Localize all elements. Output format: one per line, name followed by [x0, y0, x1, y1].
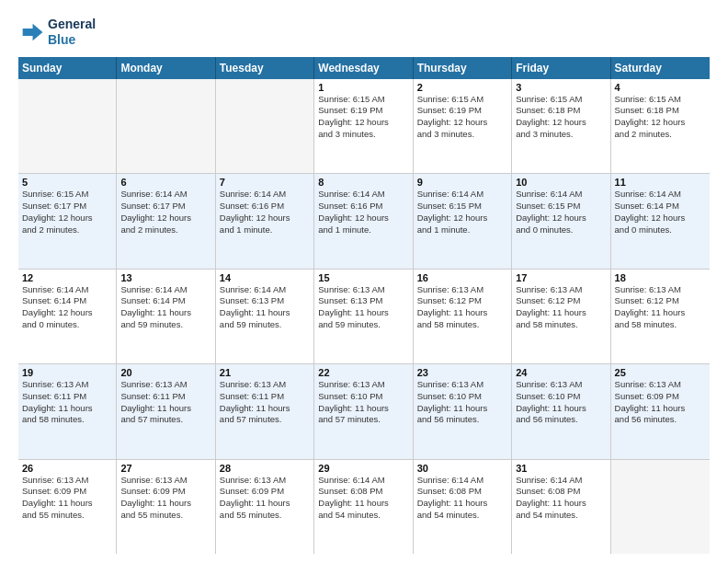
- day-number: 2: [417, 82, 507, 93]
- weekday-header-friday: Friday: [512, 57, 610, 79]
- weekday-header-thursday: Thursday: [414, 57, 512, 79]
- day-number: 9: [417, 177, 507, 188]
- day-number: 19: [22, 367, 112, 378]
- calendar-body: 1Sunrise: 6:15 AM Sunset: 6:19 PM Daylig…: [18, 79, 710, 554]
- day-info: Sunrise: 6:13 AM Sunset: 6:12 PM Dayligh…: [417, 284, 507, 331]
- day-number: 8: [318, 177, 408, 188]
- day-info: Sunrise: 6:14 AM Sunset: 6:14 PM Dayligh…: [120, 284, 210, 331]
- logo-text: General Blue: [48, 17, 96, 48]
- weekday-header-saturday: Saturday: [611, 57, 710, 79]
- calendar-cell: 26Sunrise: 6:13 AM Sunset: 6:09 PM Dayli…: [18, 460, 117, 554]
- day-info: Sunrise: 6:14 AM Sunset: 6:15 PM Dayligh…: [516, 189, 606, 236]
- day-info: Sunrise: 6:15 AM Sunset: 6:18 PM Dayligh…: [516, 94, 606, 141]
- day-number: 22: [318, 367, 408, 378]
- calendar-cell: 5Sunrise: 6:15 AM Sunset: 6:17 PM Daylig…: [18, 174, 117, 268]
- day-info: Sunrise: 6:13 AM Sunset: 6:11 PM Dayligh…: [120, 379, 210, 426]
- day-info: Sunrise: 6:14 AM Sunset: 6:16 PM Dayligh…: [220, 189, 310, 236]
- day-info: Sunrise: 6:14 AM Sunset: 6:14 PM Dayligh…: [22, 284, 112, 331]
- calendar-cell: 3Sunrise: 6:15 AM Sunset: 6:18 PM Daylig…: [512, 79, 610, 173]
- calendar-row-1: 1Sunrise: 6:15 AM Sunset: 6:19 PM Daylig…: [18, 79, 710, 174]
- day-number: 7: [220, 177, 310, 188]
- calendar-cell: 19Sunrise: 6:13 AM Sunset: 6:11 PM Dayli…: [18, 364, 117, 458]
- day-number: 30: [417, 463, 507, 474]
- calendar-cell: 28Sunrise: 6:13 AM Sunset: 6:09 PM Dayli…: [216, 460, 314, 554]
- calendar: SundayMondayTuesdayWednesdayThursdayFrid…: [18, 57, 710, 554]
- day-number: 14: [220, 272, 310, 283]
- day-number: 21: [220, 367, 310, 378]
- calendar-cell: 9Sunrise: 6:14 AM Sunset: 6:15 PM Daylig…: [414, 174, 512, 268]
- day-info: Sunrise: 6:14 AM Sunset: 6:14 PM Dayligh…: [615, 189, 706, 236]
- calendar-row-3: 12Sunrise: 6:14 AM Sunset: 6:14 PM Dayli…: [18, 270, 710, 364]
- calendar-cell: 21Sunrise: 6:13 AM Sunset: 6:11 PM Dayli…: [216, 364, 314, 458]
- day-number: 6: [120, 177, 210, 188]
- calendar-cell: [18, 79, 117, 173]
- day-number: 10: [516, 177, 606, 188]
- calendar-cell: [611, 460, 710, 554]
- weekday-header-wednesday: Wednesday: [314, 57, 413, 79]
- day-number: 20: [120, 367, 210, 378]
- day-info: Sunrise: 6:15 AM Sunset: 6:19 PM Dayligh…: [318, 94, 408, 141]
- calendar-cell: [117, 79, 215, 173]
- weekday-header-sunday: Sunday: [18, 57, 117, 79]
- weekday-header-tuesday: Tuesday: [216, 57, 314, 79]
- day-number: 12: [22, 272, 112, 283]
- day-info: Sunrise: 6:13 AM Sunset: 6:12 PM Dayligh…: [615, 284, 706, 331]
- day-info: Sunrise: 6:13 AM Sunset: 6:09 PM Dayligh…: [615, 379, 706, 426]
- calendar-cell: 8Sunrise: 6:14 AM Sunset: 6:16 PM Daylig…: [314, 174, 413, 268]
- calendar-cell: [216, 79, 314, 173]
- day-info: Sunrise: 6:14 AM Sunset: 6:08 PM Dayligh…: [318, 475, 408, 522]
- day-info: Sunrise: 6:13 AM Sunset: 6:12 PM Dayligh…: [516, 284, 606, 331]
- calendar-cell: 11Sunrise: 6:14 AM Sunset: 6:14 PM Dayli…: [611, 174, 710, 268]
- day-info: Sunrise: 6:14 AM Sunset: 6:17 PM Dayligh…: [120, 189, 210, 236]
- day-info: Sunrise: 6:13 AM Sunset: 6:11 PM Dayligh…: [22, 379, 112, 426]
- calendar-cell: 13Sunrise: 6:14 AM Sunset: 6:14 PM Dayli…: [117, 270, 215, 363]
- day-info: Sunrise: 6:13 AM Sunset: 6:09 PM Dayligh…: [22, 475, 112, 522]
- day-number: 28: [220, 463, 310, 474]
- calendar-cell: 7Sunrise: 6:14 AM Sunset: 6:16 PM Daylig…: [216, 174, 314, 268]
- day-number: 27: [120, 463, 210, 474]
- day-number: 29: [318, 463, 408, 474]
- calendar-row-5: 26Sunrise: 6:13 AM Sunset: 6:09 PM Dayli…: [18, 460, 710, 554]
- day-number: 5: [22, 177, 112, 188]
- calendar-cell: 18Sunrise: 6:13 AM Sunset: 6:12 PM Dayli…: [611, 270, 710, 363]
- day-info: Sunrise: 6:13 AM Sunset: 6:09 PM Dayligh…: [220, 475, 310, 522]
- day-number: 3: [516, 82, 606, 93]
- calendar-cell: 6Sunrise: 6:14 AM Sunset: 6:17 PM Daylig…: [117, 174, 215, 268]
- calendar-cell: 12Sunrise: 6:14 AM Sunset: 6:14 PM Dayli…: [18, 270, 117, 363]
- calendar-row-4: 19Sunrise: 6:13 AM Sunset: 6:11 PM Dayli…: [18, 364, 710, 459]
- calendar-row-2: 5Sunrise: 6:15 AM Sunset: 6:17 PM Daylig…: [18, 174, 710, 269]
- day-number: 1: [318, 82, 408, 93]
- day-info: Sunrise: 6:15 AM Sunset: 6:19 PM Dayligh…: [417, 94, 507, 141]
- calendar-cell: 2Sunrise: 6:15 AM Sunset: 6:19 PM Daylig…: [414, 79, 512, 173]
- calendar-cell: 27Sunrise: 6:13 AM Sunset: 6:09 PM Dayli…: [117, 460, 215, 554]
- day-info: Sunrise: 6:14 AM Sunset: 6:08 PM Dayligh…: [516, 475, 606, 522]
- day-info: Sunrise: 6:13 AM Sunset: 6:11 PM Dayligh…: [220, 379, 310, 426]
- day-number: 16: [417, 272, 507, 283]
- day-number: 26: [22, 463, 112, 474]
- page-header: General Blue: [18, 17, 710, 48]
- calendar-cell: 22Sunrise: 6:13 AM Sunset: 6:10 PM Dayli…: [314, 364, 413, 458]
- day-info: Sunrise: 6:13 AM Sunset: 6:13 PM Dayligh…: [318, 284, 408, 331]
- calendar-cell: 15Sunrise: 6:13 AM Sunset: 6:13 PM Dayli…: [314, 270, 413, 363]
- calendar-header: SundayMondayTuesdayWednesdayThursdayFrid…: [18, 57, 710, 79]
- calendar-cell: 14Sunrise: 6:14 AM Sunset: 6:13 PM Dayli…: [216, 270, 314, 363]
- day-info: Sunrise: 6:13 AM Sunset: 6:10 PM Dayligh…: [318, 379, 408, 426]
- day-number: 15: [318, 272, 408, 283]
- calendar-cell: 20Sunrise: 6:13 AM Sunset: 6:11 PM Dayli…: [117, 364, 215, 458]
- day-info: Sunrise: 6:15 AM Sunset: 6:18 PM Dayligh…: [615, 94, 706, 141]
- calendar-cell: 10Sunrise: 6:14 AM Sunset: 6:15 PM Dayli…: [512, 174, 610, 268]
- day-info: Sunrise: 6:15 AM Sunset: 6:17 PM Dayligh…: [22, 189, 112, 236]
- day-number: 31: [516, 463, 606, 474]
- day-info: Sunrise: 6:13 AM Sunset: 6:10 PM Dayligh…: [417, 379, 507, 426]
- day-number: 23: [417, 367, 507, 378]
- day-info: Sunrise: 6:14 AM Sunset: 6:15 PM Dayligh…: [417, 189, 507, 236]
- calendar-cell: 30Sunrise: 6:14 AM Sunset: 6:08 PM Dayli…: [414, 460, 512, 554]
- day-number: 24: [516, 367, 606, 378]
- day-info: Sunrise: 6:13 AM Sunset: 6:09 PM Dayligh…: [120, 475, 210, 522]
- day-number: 4: [615, 82, 706, 93]
- day-number: 17: [516, 272, 606, 283]
- day-info: Sunrise: 6:13 AM Sunset: 6:10 PM Dayligh…: [516, 379, 606, 426]
- day-info: Sunrise: 6:14 AM Sunset: 6:13 PM Dayligh…: [220, 284, 310, 331]
- calendar-cell: 1Sunrise: 6:15 AM Sunset: 6:19 PM Daylig…: [314, 79, 413, 173]
- calendar-cell: 4Sunrise: 6:15 AM Sunset: 6:18 PM Daylig…: [611, 79, 710, 173]
